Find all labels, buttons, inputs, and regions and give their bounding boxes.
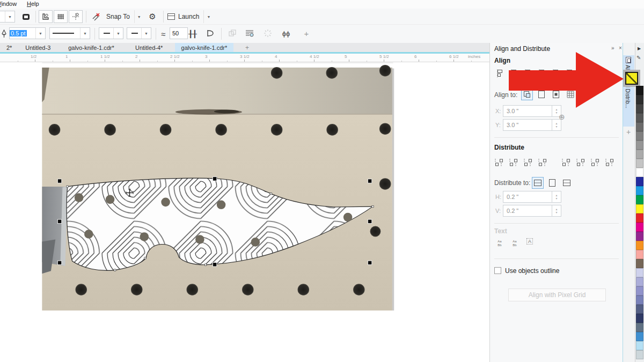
workspace-select[interactable]: ▼ xyxy=(0,11,15,23)
extent-of-selection-button[interactable] xyxy=(532,177,544,189)
yellow-swatch-popped[interactable] xyxy=(625,72,638,85)
add-docker-button[interactable]: + xyxy=(624,128,633,136)
palette-flyout-arrow-icon[interactable]: ▶ xyxy=(638,46,641,51)
launch-dropdown[interactable]: Launch▼ xyxy=(167,10,213,23)
rulers-toggle[interactable] xyxy=(39,10,53,23)
grid-toggle[interactable] xyxy=(54,10,68,23)
v-spinner[interactable]: ▲▼ xyxy=(552,205,561,217)
page-edge-button[interactable] xyxy=(536,88,547,100)
color-swatch-29[interactable] xyxy=(636,350,643,359)
color-swatch-10[interactable] xyxy=(636,177,643,186)
align-bottom-button[interactable] xyxy=(565,68,577,79)
distribute-bottom-button[interactable] xyxy=(604,157,616,168)
page-center-button[interactable] xyxy=(550,88,562,100)
color-swatch-4[interactable] xyxy=(636,122,643,131)
fixed-spacing-button[interactable] xyxy=(561,177,573,189)
eyedropper-icon[interactable]: ✎ xyxy=(636,55,641,61)
drawing-canvas[interactable] xyxy=(0,62,489,362)
bounding-box-button[interactable]: A xyxy=(524,238,535,249)
menu-help[interactable]: Help xyxy=(27,1,39,7)
pressure-icon[interactable] xyxy=(203,27,217,40)
docker-close-button[interactable]: × xyxy=(619,45,622,51)
color-swatch-25[interactable] xyxy=(636,314,643,323)
fullscreen-icon[interactable] xyxy=(19,10,32,23)
document-tab-1[interactable]: Untitled-3 xyxy=(19,43,57,52)
align-left-button[interactable] xyxy=(495,68,507,79)
menu-window[interactable]: Window xyxy=(0,1,17,7)
distribute-spacing-vertical-button[interactable] xyxy=(589,157,601,168)
extent-of-page-button[interactable] xyxy=(546,177,558,189)
document-tab-3[interactable]: Untitled-4* xyxy=(129,43,169,52)
h-spinner[interactable]: ▲▼ xyxy=(552,191,561,203)
distribute-left-button[interactable] xyxy=(493,157,505,168)
color-swatch-21[interactable] xyxy=(636,277,643,286)
color-swatch-16[interactable] xyxy=(636,232,643,241)
outline-width-combo[interactable]: 0.5 pt▼ xyxy=(9,27,46,39)
distribute-spacing-horizontal-button[interactable] xyxy=(522,157,534,168)
color-swatch-15[interactable] xyxy=(636,223,643,232)
arrow-start-select[interactable]: ▼ xyxy=(99,27,123,39)
horizontal-ruler[interactable]: 1/211 1/222 1/233 1/244 1/255 1/266 1/2i… xyxy=(0,54,489,62)
color-swatch-27[interactable] xyxy=(636,332,643,341)
options-gear-icon[interactable]: ⚙ xyxy=(146,10,159,23)
docker-flyout-button[interactable]: » xyxy=(611,45,614,51)
color-swatch-1[interactable] xyxy=(636,95,643,104)
color-swatch-11[interactable] xyxy=(636,186,643,195)
add-tool-button[interactable]: + xyxy=(301,27,312,40)
align-top-button[interactable] xyxy=(537,68,549,79)
color-swatch-28[interactable] xyxy=(636,341,643,350)
sliders-icon[interactable]: ϕϕ xyxy=(279,27,293,40)
color-swatch-22[interactable] xyxy=(636,286,643,295)
smooth-slider-icon[interactable]: ╂╂ xyxy=(188,27,197,40)
color-swatch-14[interactable] xyxy=(636,213,643,223)
distribute-center-vertical-button[interactable] xyxy=(575,157,587,168)
h-value-field[interactable]: 0.2 " xyxy=(503,191,552,203)
color-swatch-3[interactable] xyxy=(636,113,643,122)
specify-point-icon[interactable]: ⊕ xyxy=(559,113,565,121)
snap-to-dropdown[interactable]: Snap To▼ xyxy=(106,10,144,23)
color-swatch-19[interactable] xyxy=(636,259,643,268)
align-with-pixel-grid-button[interactable]: Align with Pixel Grid xyxy=(508,289,606,301)
line-style-select[interactable]: ▼ xyxy=(49,27,90,39)
snap-off-icon[interactable] xyxy=(89,10,103,23)
active-objects-button[interactable] xyxy=(521,88,533,100)
distribute-center-horizontal-button[interactable] xyxy=(508,157,519,168)
color-swatch-18[interactable] xyxy=(636,250,643,259)
align-center-vertical-button[interactable] xyxy=(551,68,563,79)
align-right-button[interactable] xyxy=(523,68,535,79)
color-swatch-0[interactable] xyxy=(636,86,643,95)
first-line-baseline-button[interactable]: AaBb xyxy=(494,238,505,249)
arrow-end-select[interactable]: ▼ xyxy=(127,27,151,39)
new-tab-button[interactable]: + xyxy=(241,43,252,52)
docker-side-tab[interactable]: Align and Distrib... xyxy=(623,55,634,127)
wrap-text-icon[interactable] xyxy=(243,27,257,40)
specified-point-button[interactable] xyxy=(579,88,591,100)
color-swatch-5[interactable] xyxy=(636,131,643,141)
color-swatch-26[interactable] xyxy=(636,323,643,332)
color-swatch-24[interactable] xyxy=(636,305,643,314)
distribute-right-button[interactable] xyxy=(537,157,548,168)
guidelines-toggle[interactable] xyxy=(69,10,83,23)
document-tab-2[interactable]: galvo-knife-1.cdr* xyxy=(62,43,121,52)
color-swatch-6[interactable] xyxy=(636,141,643,150)
color-swatch-23[interactable] xyxy=(636,295,643,305)
color-swatch-20[interactable] xyxy=(636,268,643,277)
color-swatch-17[interactable] xyxy=(636,241,643,250)
document-tab-4[interactable]: galvo-knife-1.cdr* xyxy=(175,43,234,52)
align-center-horizontal-button[interactable] xyxy=(509,68,521,79)
y-value-field[interactable]: 3.0 " xyxy=(503,119,552,131)
use-objects-outline-checkbox[interactable] xyxy=(494,267,501,274)
grid-button[interactable] xyxy=(565,88,576,100)
smooth-value-field[interactable]: 50 xyxy=(170,27,188,39)
color-swatch-2[interactable] xyxy=(636,104,643,113)
color-swatch-7[interactable] xyxy=(636,150,643,159)
document-tab-0[interactable]: 2* xyxy=(0,43,18,52)
color-swatch-9[interactable] xyxy=(636,168,643,177)
color-swatch-12[interactable] xyxy=(636,195,643,204)
color-swatch-8[interactable] xyxy=(636,159,643,168)
distribute-top-button[interactable] xyxy=(560,157,572,168)
last-line-baseline-button[interactable]: AaBb xyxy=(509,238,520,249)
x-value-field[interactable]: 3.0 " xyxy=(503,105,552,117)
v-value-field[interactable]: 0.2 " xyxy=(503,205,552,217)
color-swatch-13[interactable] xyxy=(636,204,643,213)
